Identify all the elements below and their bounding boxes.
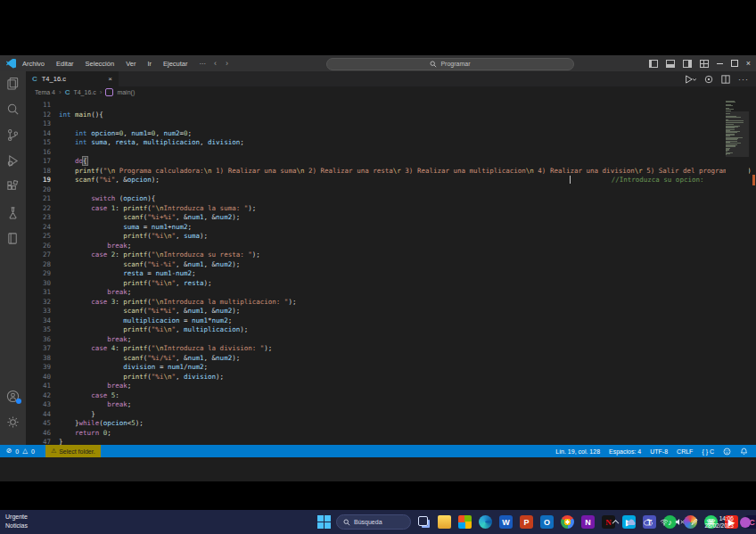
indentation-indicator[interactable]: Espacios: 4: [609, 448, 641, 455]
code-line-38[interactable]: 38 scanf("%i/%i", &num1, &num2);: [26, 354, 756, 364]
widgets-button[interactable]: Urgente Noticias: [5, 513, 28, 530]
code-line-36[interactable]: 36 break;: [26, 335, 756, 345]
tab-close-icon[interactable]: ×: [108, 75, 112, 83]
menu-seleccin[interactable]: Selección: [86, 60, 115, 68]
menu-ver[interactable]: Ver: [126, 60, 136, 68]
select-folder-badge[interactable]: ⚠ Select folder.: [45, 445, 101, 457]
minimize-button[interactable]: [717, 63, 723, 64]
code-line-35[interactable]: 35 printf("%i\n", multiplicacion);: [26, 325, 756, 335]
nav-forward-icon[interactable]: ›: [226, 59, 228, 68]
code-line-34[interactable]: 34 multiplicacion = num1*num2;: [26, 316, 756, 326]
code-line-19[interactable]: 19 scanf("%i", &opcion); //Introduzca su…: [26, 176, 756, 185]
breadcrumb-symbol[interactable]: main(): [117, 89, 135, 95]
toggle-panel-icon[interactable]: [666, 60, 675, 68]
menu-archivo[interactable]: Archivo: [22, 60, 45, 68]
code-line-25[interactable]: 25 printf("%i\n", suma);: [26, 232, 756, 242]
errors-icon[interactable]: ⊘: [6, 445, 12, 457]
split-editor-icon[interactable]: [721, 75, 730, 84]
code-line-28[interactable]: 28 scanf("%i-%i", &num1, &num2);: [26, 260, 756, 270]
eol-indicator[interactable]: CRLF: [677, 448, 693, 455]
vscode-logo-icon[interactable]: [6, 59, 16, 69]
toggle-secondary-sidebar-icon[interactable]: [683, 60, 692, 68]
code-line-41[interactable]: 41 break;: [26, 382, 756, 391]
code-line-20[interactable]: 20: [26, 185, 756, 195]
explorer-icon[interactable]: [6, 77, 20, 90]
code-line-22[interactable]: 22 case 1: printf("\nIntroduzca la suma:…: [26, 204, 756, 214]
code-line-21[interactable]: 21 switch (opcion){: [26, 194, 756, 204]
toggle-sidebar-icon[interactable]: [649, 60, 658, 68]
taskbar-app-outlook-icon[interactable]: O: [538, 513, 555, 531]
code-line-29[interactable]: 29 resta = num1-num2;: [26, 269, 756, 279]
more-actions-icon[interactable]: ···: [738, 75, 749, 84]
code-line-31[interactable]: 31 break;: [26, 288, 756, 298]
code-line-23[interactable]: 23 scanf("%i+%i", &num1, &num2);: [26, 213, 756, 223]
menu-editar[interactable]: Editar: [56, 60, 74, 68]
code-editor[interactable]: 1112int main(){1314 int opcion=0, num1=0…: [26, 98, 756, 445]
code-line-16[interactable]: 16: [26, 148, 756, 158]
code-line-27[interactable]: 27 case 2: printf("\nIntroduzca su resta…: [26, 251, 756, 260]
tray-chevron-up-icon[interactable]: [612, 519, 620, 525]
line-col-indicator[interactable]: Lín. 19, col. 128: [555, 448, 600, 455]
code-line-37[interactable]: 37 case 4: printf("\nIntroduzca la divis…: [26, 344, 756, 354]
code-line-45[interactable]: 45 }while(opcion<5);: [26, 419, 756, 429]
feedback-smiley-icon[interactable]: [723, 448, 731, 456]
search-icon[interactable]: [6, 103, 20, 116]
code-line-30[interactable]: 30 printf("%i\n", resta);: [26, 279, 756, 289]
testing-icon[interactable]: [6, 206, 20, 219]
code-line-18[interactable]: 18 printf("\n Programa calculadora:\n 1)…: [26, 167, 756, 177]
warnings-icon[interactable]: △: [22, 445, 28, 457]
notifications-bell-icon[interactable]: [740, 448, 748, 456]
code-line-11[interactable]: 11: [26, 101, 756, 111]
nav-back-icon[interactable]: ‹: [214, 59, 217, 68]
menu-ejecutar[interactable]: Ejecutar: [163, 60, 188, 68]
taskbar-app-microsoft-store-icon[interactable]: [456, 513, 473, 531]
code-line-47[interactable]: 47}: [26, 438, 756, 445]
code-line-26[interactable]: 26 break;: [26, 242, 756, 251]
taskbar-app-task-view-icon[interactable]: [415, 513, 432, 531]
code-line-15[interactable]: 15 int suma, resta, multiplicacion, divi…: [26, 138, 756, 148]
errors-count[interactable]: 0: [15, 448, 19, 455]
notebook-icon[interactable]: [6, 232, 20, 245]
minimap[interactable]: [726, 98, 749, 445]
close-button[interactable]: ×: [746, 55, 751, 71]
onedrive-icon[interactable]: [626, 519, 637, 526]
code-line-44[interactable]: 44 }: [26, 410, 756, 420]
taskbar-app-powerpoint-icon[interactable]: P: [518, 513, 535, 531]
code-line-43[interactable]: 43 break;: [26, 400, 756, 410]
code-line-33[interactable]: 33 scanf("%i*%i", &num1, &num2);: [26, 307, 756, 316]
language-indicator[interactable]: { } C: [702, 448, 714, 455]
taskbar-app-edge-icon[interactable]: [477, 513, 494, 531]
notification-center-badge[interactable]: [740, 517, 751, 528]
restore-button[interactable]: [731, 60, 738, 67]
code-line-42[interactable]: 42 case 5:: [26, 391, 756, 401]
extensions-icon[interactable]: [6, 180, 20, 193]
code-line-13[interactable]: 13: [26, 119, 756, 129]
volume-mute-icon[interactable]: [675, 518, 685, 526]
cloud-icon[interactable]: [643, 519, 653, 526]
tab-t4-16-c[interactable]: C T4_16.c ×: [26, 71, 119, 86]
code-line-39[interactable]: 39 division = num1/num2;: [26, 363, 756, 373]
clock[interactable]: 14:06 28/02/2023: [704, 515, 734, 530]
overview-ruler[interactable]: [752, 98, 756, 445]
breadcrumb-folder[interactable]: Tema 4: [35, 89, 55, 95]
breadcrumb-file[interactable]: T4_16.c: [73, 89, 95, 95]
customize-layout-icon[interactable]: [700, 60, 709, 68]
code-line-17[interactable]: 17 do{: [26, 157, 756, 167]
encoding-indicator[interactable]: UTF-8: [650, 448, 668, 455]
menu-ir[interactable]: Ir: [147, 60, 152, 68]
code-line-14[interactable]: 14 int opcion=0, num1=0, num2=0;: [26, 129, 756, 139]
pen-icon[interactable]: [691, 518, 698, 526]
code-line-24[interactable]: 24 suma = num1+num2;: [26, 223, 756, 233]
settings-gear-icon[interactable]: [6, 415, 20, 429]
code-line-32[interactable]: 32 case 3: printf("\nIntroduzca la multi…: [26, 298, 756, 308]
source-control-icon[interactable]: [6, 128, 20, 142]
taskbar-app-chrome-icon[interactable]: [559, 513, 576, 531]
run-debug-icon[interactable]: [6, 154, 20, 168]
account-icon[interactable]: [6, 390, 20, 403]
run-file-button[interactable]: [685, 75, 696, 84]
start-button[interactable]: [316, 514, 332, 530]
taskbar-app-onenote-icon[interactable]: N: [579, 513, 596, 531]
menu-[interactable]: ···: [200, 60, 207, 68]
code-line-12[interactable]: 12int main(){: [26, 111, 756, 120]
warnings-count[interactable]: 0: [31, 448, 35, 455]
